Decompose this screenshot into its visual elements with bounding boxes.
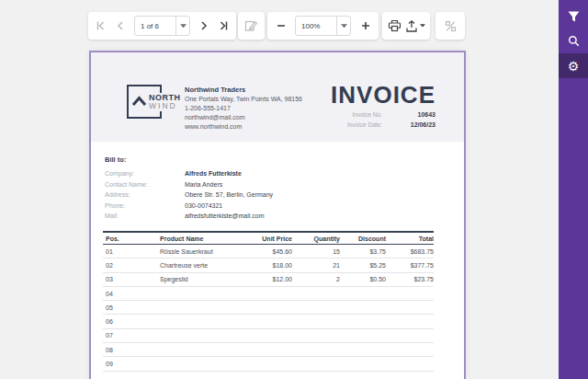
- gear-icon: ⚙: [568, 60, 580, 73]
- bill-to-contact-row: Contact Name: Maria Anders: [105, 181, 222, 191]
- table-cell: 09: [103, 361, 160, 367]
- zoom-out-icon: [276, 20, 287, 31]
- next-page-button[interactable]: [194, 15, 214, 37]
- table-row: 06: [103, 315, 434, 328]
- page-number-value: 1 of 6: [135, 22, 175, 30]
- invoice-number-value: 10643: [382, 111, 435, 118]
- first-page-icon: [96, 20, 106, 31]
- search-icon: [568, 35, 580, 47]
- table-row: 04: [103, 287, 434, 301]
- parameters-icon: [445, 20, 457, 32]
- print-button[interactable]: [385, 15, 403, 37]
- chevron-down-icon: [341, 24, 347, 29]
- table-cell: 15: [292, 248, 340, 255]
- table-cell: 08: [103, 347, 160, 353]
- table-cell: $5.25: [340, 262, 386, 269]
- invoice-number-label: Invoice No:: [309, 111, 382, 118]
- table-cell: 06: [103, 318, 160, 325]
- previous-page-icon: [116, 20, 125, 31]
- table-cell: Chartreuse verte: [160, 262, 241, 269]
- table-body: 01Rössle Sauerkraut$45.6015$3.75$683.750…: [103, 245, 434, 372]
- zoom-select-caret[interactable]: [336, 17, 350, 35]
- zoom-in-button[interactable]: [355, 15, 376, 37]
- table-header-cell: Unit Price: [241, 235, 292, 242]
- table-row: 03Spegesild$12.002$0.50$23.75: [103, 273, 434, 287]
- invoice-number-row: Invoice No: 10643: [279, 111, 435, 118]
- zoom-toolbar: 100%: [267, 12, 379, 40]
- print-export-toolbar: [382, 12, 430, 40]
- page-select-caret[interactable]: [175, 17, 189, 35]
- first-page-button[interactable]: [91, 15, 111, 37]
- table-header-cell: Discount: [340, 235, 386, 242]
- table-row: 01Rössle Sauerkraut$45.6015$3.75$683.75: [103, 245, 434, 258]
- last-page-button[interactable]: [214, 15, 234, 37]
- sidebar-item-filter[interactable]: [559, 4, 588, 29]
- invoice-items-table: Pos.Product NameUnit PriceQuantityDiscou…: [103, 231, 434, 372]
- table-row: 08: [103, 343, 434, 357]
- design-toolbar: [238, 12, 265, 40]
- report-design-button[interactable]: [241, 15, 262, 37]
- chevron-up-icon: [131, 95, 147, 106]
- invoice-date-row: Invoice Date: 12/06/23: [279, 121, 435, 128]
- logo-text-bottom: WIND: [149, 102, 181, 110]
- logo-text: NORTH WIND: [147, 93, 183, 111]
- printer-icon: [388, 19, 401, 32]
- address-value: Obere Str. 57, Berlin, Germany: [185, 191, 273, 201]
- zoom-level-value: 100%: [296, 22, 336, 30]
- page-number-input[interactable]: 1 of 6: [134, 16, 190, 36]
- zoom-out-button[interactable]: [270, 15, 291, 37]
- invoice-date-value: 12/06/23: [382, 121, 435, 128]
- table-row: 05: [103, 301, 434, 315]
- table-cell: Spegesild: [160, 276, 241, 282]
- contact-name-label: Contact Name:: [105, 181, 185, 191]
- table-cell: $3.75: [340, 248, 386, 255]
- table-header-cell: Total: [386, 235, 434, 242]
- table-cell: 02: [103, 262, 160, 269]
- phone-label: Phone:: [105, 202, 185, 212]
- zoom-in-icon: [360, 20, 371, 31]
- table-cell: $45.60: [241, 248, 292, 255]
- table-cell: Rössle Sauerkraut: [160, 248, 241, 255]
- bill-to-mail-row: Mail: alfredsfutterkiste@mail.com: [105, 212, 264, 223]
- table-cell: $18.00: [241, 262, 292, 269]
- parameters-button[interactable]: [439, 15, 461, 37]
- table-header-cell: Product Name: [160, 235, 241, 242]
- bill-to-address-row: Address: Obere Str. 57, Berlin, Germany: [105, 191, 273, 201]
- contact-name-value: Maria Anders: [185, 181, 222, 191]
- company-logo: NORTH WIND: [127, 85, 162, 119]
- bill-to-phone-row: Phone: 030-0074321: [105, 202, 222, 212]
- table-cell: 04: [103, 291, 160, 297]
- previous-page-button[interactable]: [111, 15, 131, 37]
- parameters-toolbar: [435, 12, 465, 40]
- bill-to-company-row: Company: Alfreds Futterkiste: [105, 170, 242, 180]
- table-cell: $377.75: [386, 262, 434, 269]
- table-cell: 2: [292, 276, 340, 282]
- table-cell: $0.50: [340, 276, 386, 282]
- table-row: 07: [103, 329, 434, 343]
- table-cell: 01: [103, 248, 160, 255]
- mail-value: alfredsfutterkiste@mail.com: [185, 212, 264, 223]
- design-icon: [244, 19, 258, 32]
- address-label: Address:: [105, 191, 185, 201]
- table-cell: 07: [103, 332, 160, 339]
- table-cell: 05: [103, 304, 160, 311]
- filter-icon: [568, 11, 580, 22]
- company-label: Company:: [105, 170, 185, 180]
- sidebar-item-settings[interactable]: ⚙: [559, 53, 588, 78]
- export-icon: [405, 19, 418, 32]
- chevron-down-icon: [420, 24, 425, 28]
- invoice-title-block: INVOICE Invoice No: 10643 Invoice Date: …: [279, 83, 435, 128]
- table-cell: 21: [292, 262, 340, 269]
- table-row: 02Chartreuse verte$18.0021$5.25$377.75: [103, 258, 434, 272]
- table-cell: $12.00: [241, 276, 292, 282]
- next-page-icon: [199, 20, 209, 31]
- sidebar-item-search[interactable]: [559, 29, 588, 53]
- table-cell: $683.75: [386, 248, 434, 255]
- zoom-level-input[interactable]: 100%: [295, 16, 351, 36]
- report-page[interactable]: NORTH WIND Northwind Traders One Portals…: [89, 51, 466, 379]
- invoice-title: INVOICE: [279, 83, 435, 108]
- export-button[interactable]: [403, 15, 427, 37]
- table-header-cell: Pos.: [103, 235, 160, 242]
- chevron-down-icon: [180, 24, 187, 29]
- table-header-row: Pos.Product NameUnit PriceQuantityDiscou…: [103, 231, 434, 245]
